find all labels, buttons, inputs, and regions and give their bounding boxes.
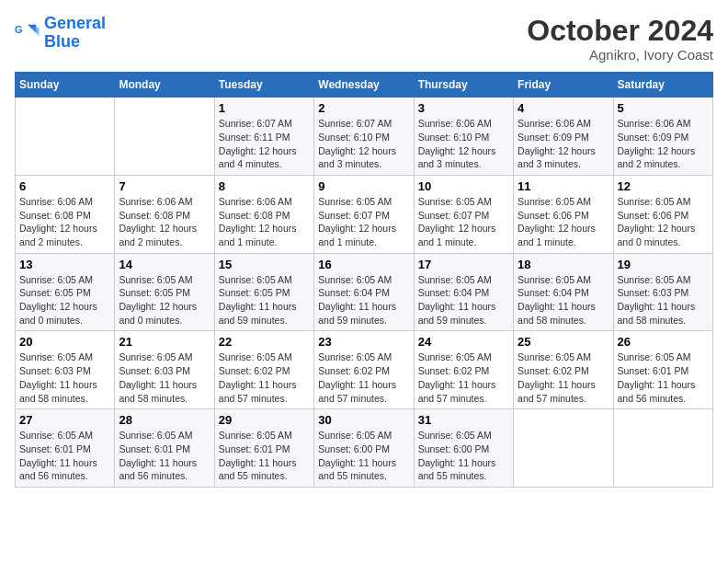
day-info: Sunrise: 6:05 AM Sunset: 6:00 PM Dayligh…: [418, 429, 509, 483]
day-info: Sunrise: 6:05 AM Sunset: 6:04 PM Dayligh…: [518, 273, 609, 327]
calendar-cell: 30Sunrise: 6:05 AM Sunset: 6:00 PM Dayli…: [314, 409, 414, 488]
day-number: 24: [418, 335, 509, 349]
calendar-cell: 17Sunrise: 6:05 AM Sunset: 6:04 PM Dayli…: [414, 253, 513, 331]
calendar-cell: 23Sunrise: 6:05 AM Sunset: 6:02 PM Dayli…: [314, 331, 414, 409]
calendar-cell: 28Sunrise: 6:05 AM Sunset: 6:01 PM Dayli…: [115, 409, 214, 488]
day-number: 20: [19, 335, 110, 349]
week-row-4: 20Sunrise: 6:05 AM Sunset: 6:03 PM Dayli…: [16, 331, 713, 409]
logo-icon: G: [15, 20, 40, 46]
calendar-cell: 8Sunrise: 6:06 AM Sunset: 6:08 PM Daylig…: [214, 175, 313, 253]
calendar-cell: 24Sunrise: 6:05 AM Sunset: 6:02 PM Dayli…: [414, 331, 513, 409]
calendar-cell: 12Sunrise: 6:05 AM Sunset: 6:06 PM Dayli…: [613, 175, 712, 253]
day-info: Sunrise: 6:05 AM Sunset: 6:03 PM Dayligh…: [19, 350, 110, 405]
calendar-cell: 14Sunrise: 6:05 AM Sunset: 6:05 PM Dayli…: [115, 253, 214, 331]
calendar-cell: 26Sunrise: 6:05 AM Sunset: 6:01 PM Dayli…: [613, 331, 712, 409]
calendar-cell: 10Sunrise: 6:05 AM Sunset: 6:07 PM Dayli…: [414, 175, 513, 253]
calendar-cell: 25Sunrise: 6:05 AM Sunset: 6:02 PM Dayli…: [514, 331, 613, 409]
day-info: Sunrise: 6:06 AM Sunset: 6:09 PM Dayligh…: [618, 117, 709, 171]
day-number: 3: [418, 101, 509, 115]
day-info: Sunrise: 6:06 AM Sunset: 6:09 PM Dayligh…: [518, 117, 609, 171]
calendar-cell: 18Sunrise: 6:05 AM Sunset: 6:04 PM Dayli…: [514, 253, 613, 331]
calendar-cell: 15Sunrise: 6:05 AM Sunset: 6:05 PM Dayli…: [214, 253, 313, 331]
day-number: 7: [119, 179, 210, 193]
day-info: Sunrise: 6:05 AM Sunset: 6:06 PM Dayligh…: [618, 195, 709, 249]
day-info: Sunrise: 6:05 AM Sunset: 6:07 PM Dayligh…: [418, 195, 509, 249]
calendar-cell: 2Sunrise: 6:07 AM Sunset: 6:10 PM Daylig…: [314, 98, 414, 176]
calendar-cell: 19Sunrise: 6:05 AM Sunset: 6:03 PM Dayli…: [613, 253, 712, 331]
calendar-cell: 16Sunrise: 6:05 AM Sunset: 6:04 PM Dayli…: [314, 253, 414, 331]
day-number: 23: [318, 335, 409, 349]
day-info: Sunrise: 6:05 AM Sunset: 6:05 PM Dayligh…: [119, 273, 210, 327]
logo-text: General Blue: [44, 15, 106, 52]
day-number: 14: [119, 258, 210, 271]
day-info: Sunrise: 6:05 AM Sunset: 6:00 PM Dayligh…: [318, 429, 409, 483]
day-number: 22: [219, 335, 310, 349]
column-header-tuesday: Tuesday: [214, 73, 313, 98]
calendar-cell: 29Sunrise: 6:05 AM Sunset: 6:01 PM Dayli…: [214, 409, 313, 488]
column-header-monday: Monday: [115, 73, 214, 98]
day-number: 26: [618, 335, 709, 349]
day-info: Sunrise: 6:05 AM Sunset: 6:03 PM Dayligh…: [618, 273, 709, 327]
calendar-cell: 4Sunrise: 6:06 AM Sunset: 6:09 PM Daylig…: [514, 98, 613, 176]
day-number: 5: [618, 101, 709, 115]
day-info: Sunrise: 6:05 AM Sunset: 6:06 PM Dayligh…: [518, 195, 609, 249]
day-number: 16: [318, 258, 409, 271]
column-header-sunday: Sunday: [16, 73, 115, 98]
day-number: 15: [219, 258, 310, 271]
calendar-cell: 21Sunrise: 6:05 AM Sunset: 6:03 PM Dayli…: [115, 331, 214, 409]
day-number: 25: [518, 335, 609, 349]
calendar-table: SundayMondayTuesdayWednesdayThursdayFrid…: [15, 72, 713, 488]
logo-text1: General: [44, 14, 106, 32]
day-info: Sunrise: 6:07 AM Sunset: 6:11 PM Dayligh…: [219, 117, 310, 171]
day-number: 18: [518, 258, 609, 271]
week-row-1: 1Sunrise: 6:07 AM Sunset: 6:11 PM Daylig…: [16, 98, 713, 176]
calendar-cell: [16, 98, 115, 176]
day-info: Sunrise: 6:05 AM Sunset: 6:07 PM Dayligh…: [318, 195, 409, 249]
day-number: 19: [618, 258, 709, 271]
calendar-cell: 7Sunrise: 6:06 AM Sunset: 6:08 PM Daylig…: [115, 175, 214, 253]
calendar-cell: 13Sunrise: 6:05 AM Sunset: 6:05 PM Dayli…: [16, 253, 115, 331]
calendar-header-row: SundayMondayTuesdayWednesdayThursdayFrid…: [16, 73, 713, 98]
day-number: 30: [318, 413, 409, 427]
column-header-saturday: Saturday: [613, 73, 712, 98]
day-number: 1: [219, 101, 310, 115]
week-row-3: 13Sunrise: 6:05 AM Sunset: 6:05 PM Dayli…: [16, 253, 713, 331]
day-number: 13: [19, 258, 110, 271]
day-info: Sunrise: 6:05 AM Sunset: 6:04 PM Dayligh…: [418, 273, 509, 327]
week-row-5: 27Sunrise: 6:05 AM Sunset: 6:01 PM Dayli…: [16, 409, 713, 488]
calendar-cell: 9Sunrise: 6:05 AM Sunset: 6:07 PM Daylig…: [314, 175, 414, 253]
day-info: Sunrise: 6:06 AM Sunset: 6:08 PM Dayligh…: [219, 195, 310, 249]
day-info: Sunrise: 6:05 AM Sunset: 6:04 PM Dayligh…: [318, 273, 409, 327]
logo-text2: Blue: [44, 32, 80, 51]
calendar-cell: [115, 98, 214, 176]
calendar-cell: 3Sunrise: 6:06 AM Sunset: 6:10 PM Daylig…: [414, 98, 513, 176]
calendar-cell: 22Sunrise: 6:05 AM Sunset: 6:02 PM Dayli…: [214, 331, 313, 409]
day-info: Sunrise: 6:06 AM Sunset: 6:08 PM Dayligh…: [19, 195, 110, 249]
calendar-cell: 31Sunrise: 6:05 AM Sunset: 6:00 PM Dayli…: [414, 409, 513, 488]
day-info: Sunrise: 6:07 AM Sunset: 6:10 PM Dayligh…: [318, 117, 409, 171]
calendar-cell: [613, 409, 712, 488]
day-info: Sunrise: 6:06 AM Sunset: 6:10 PM Dayligh…: [418, 117, 509, 171]
page-header: G General Blue October 2024 Agnikro, Ivo…: [15, 15, 713, 63]
svg-text:G: G: [15, 24, 22, 35]
day-info: Sunrise: 6:05 AM Sunset: 6:02 PM Dayligh…: [518, 350, 609, 405]
day-info: Sunrise: 6:05 AM Sunset: 6:02 PM Dayligh…: [318, 350, 409, 405]
day-number: 28: [119, 413, 210, 427]
day-info: Sunrise: 6:05 AM Sunset: 6:05 PM Dayligh…: [19, 273, 110, 327]
day-info: Sunrise: 6:05 AM Sunset: 6:01 PM Dayligh…: [219, 429, 310, 483]
day-number: 6: [19, 179, 110, 193]
day-info: Sunrise: 6:05 AM Sunset: 6:01 PM Dayligh…: [618, 350, 709, 405]
day-number: 21: [119, 335, 210, 349]
day-number: 17: [418, 258, 509, 271]
calendar-cell: 6Sunrise: 6:06 AM Sunset: 6:08 PM Daylig…: [16, 175, 115, 253]
day-number: 27: [19, 413, 110, 427]
day-number: 8: [219, 179, 310, 193]
day-number: 12: [618, 179, 709, 193]
day-info: Sunrise: 6:05 AM Sunset: 6:05 PM Dayligh…: [219, 273, 310, 327]
page-title: October 2024: [527, 15, 713, 47]
page-subtitle: Agnikro, Ivory Coast: [527, 47, 713, 63]
day-number: 10: [418, 179, 509, 193]
calendar-cell: 11Sunrise: 6:05 AM Sunset: 6:06 PM Dayli…: [514, 175, 613, 253]
calendar-cell: 1Sunrise: 6:07 AM Sunset: 6:11 PM Daylig…: [214, 98, 313, 176]
calendar-cell: 5Sunrise: 6:06 AM Sunset: 6:09 PM Daylig…: [613, 98, 712, 176]
